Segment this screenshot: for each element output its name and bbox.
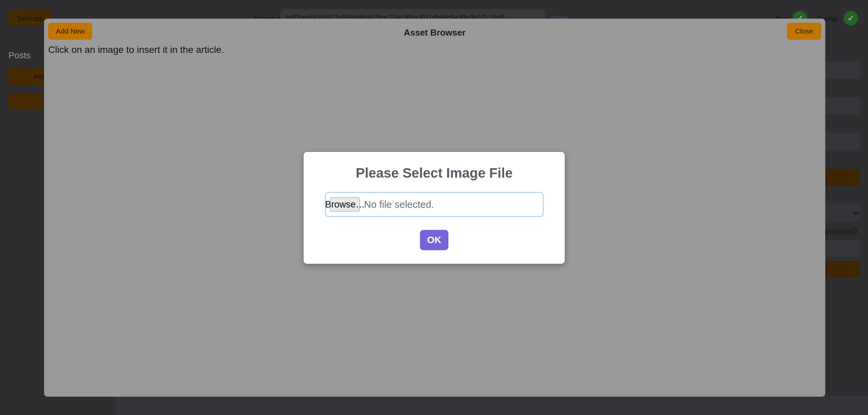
browse-button-label: Browse… xyxy=(325,199,365,210)
settings-button-label: Settings xyxy=(17,14,43,22)
file-select-dialog: Please Select Image File Browse… No file… xyxy=(304,152,565,264)
check-glyph: ✓ xyxy=(847,14,854,23)
file-status-text: No file selected. xyxy=(364,199,434,210)
ok-button-label: OK xyxy=(427,235,441,245)
stamp-check-icon: ✓ xyxy=(844,11,858,25)
posts-heading: Posts xyxy=(8,50,31,61)
chevron-down-icon xyxy=(851,209,860,217)
file-dialog-title: Please Select Image File xyxy=(304,165,565,181)
file-input[interactable]: Browse… No file selected. xyxy=(325,192,544,217)
browse-button[interactable]: Browse… xyxy=(330,197,360,212)
close-button[interactable]: Close xyxy=(787,23,821,40)
ok-button[interactable]: OK xyxy=(420,230,448,250)
asset-browser-instruction: Click on an image to insert it in the ar… xyxy=(48,44,224,55)
close-button-label: Close xyxy=(795,27,813,35)
main-area-edge xyxy=(116,396,868,415)
asset-browser-title: Asset Browser xyxy=(44,27,825,38)
